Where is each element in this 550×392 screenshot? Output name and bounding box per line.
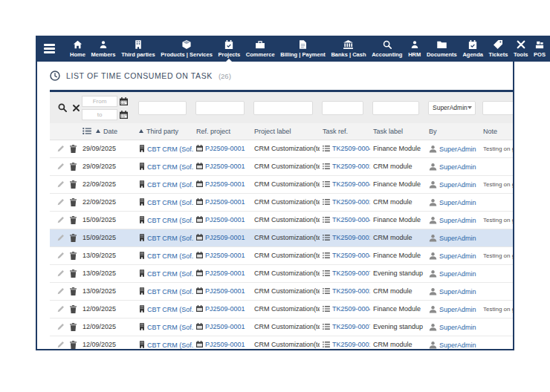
edit-icon[interactable] (57, 252, 65, 259)
column-header-third-party[interactable]: Third party (136, 123, 193, 140)
task-label-filter-input[interactable] (372, 101, 419, 115)
column-header-task-ref-[interactable]: Task ref. (320, 123, 370, 140)
calendar-picker-icon[interactable] (120, 111, 128, 119)
user-link[interactable]: SuperAdmin (439, 146, 476, 153)
delete-icon[interactable] (70, 287, 77, 295)
project-ref-link[interactable]: PJ2509-0001 (205, 180, 245, 188)
third-party-link[interactable]: CBT CRM (Sof... (147, 288, 193, 295)
task-ref-link[interactable]: TK2509-0007 (332, 323, 370, 330)
column-header-project-label[interactable]: Project label (251, 123, 320, 140)
user-link[interactable]: SuperAdmin (439, 288, 476, 295)
delete-icon[interactable] (70, 270, 77, 278)
project-ref-link[interactable]: PJ2509-0001 (205, 234, 245, 241)
delete-icon[interactable] (70, 323, 77, 331)
nav-item-tools[interactable]: Tools (513, 36, 528, 62)
task-ref-link[interactable]: TK2509-0004 (332, 216, 370, 223)
task-ref-filter-input[interactable] (322, 101, 363, 115)
nav-item-members[interactable]: Members (91, 36, 117, 62)
nav-item-documents[interactable]: Documents (426, 36, 458, 62)
column-header-note[interactable]: Note (480, 123, 513, 140)
nav-item-projects[interactable]: Projects (218, 36, 242, 62)
delete-icon[interactable] (70, 163, 77, 171)
task-ref-link[interactable]: TK2509-0001 (332, 198, 370, 206)
third-party-link[interactable]: CBT CRM (Sof... (147, 342, 193, 349)
user-link[interactable]: SuperAdmin (439, 252, 476, 260)
task-ref-link[interactable]: TK2509-0001 (332, 234, 370, 241)
task-ref-link[interactable]: TK2509-0004 (332, 252, 370, 259)
project-ref-link[interactable]: PJ2509-0001 (205, 198, 245, 206)
delete-icon[interactable] (70, 234, 77, 242)
third-party-link[interactable]: CBT CRM (Sof... (147, 324, 193, 331)
nav-item-hrm[interactable]: HRM (407, 36, 421, 62)
task-ref-link[interactable]: TK2509-0001 (332, 287, 370, 295)
user-link[interactable]: SuperAdmin (439, 235, 476, 242)
edit-icon[interactable] (57, 180, 65, 188)
nav-item-home[interactable]: Home (69, 36, 86, 62)
delete-icon[interactable] (70, 198, 77, 206)
calendar-picker-icon[interactable] (120, 97, 128, 105)
menu-toggle-icon[interactable] (36, 44, 62, 53)
third-party-link[interactable]: CBT CRM (Sof... (147, 270, 193, 278)
edit-icon[interactable] (57, 163, 65, 170)
user-link[interactable]: SuperAdmin (439, 342, 476, 349)
nav-item-billing-payment[interactable]: Billing | Payment (279, 36, 326, 62)
nav-item-agenda[interactable]: Agenda (462, 36, 484, 62)
nav-item-commerce[interactable]: Commerce (245, 36, 276, 62)
search-button[interactable] (58, 103, 67, 112)
edit-icon[interactable] (57, 270, 65, 277)
nav-item-accounting[interactable]: Accounting (371, 36, 403, 62)
project-ref-link[interactable]: PJ2509-0001 (205, 287, 245, 295)
project-ref-link[interactable]: PJ2509-0001 (205, 216, 245, 223)
third-party-link[interactable]: CBT CRM (Sof... (147, 181, 193, 189)
user-link[interactable]: SuperAdmin (439, 181, 476, 189)
date-from-input[interactable] (82, 96, 117, 107)
user-link[interactable]: SuperAdmin (439, 199, 476, 206)
edit-icon[interactable] (57, 305, 65, 313)
task-ref-link[interactable]: TK2509-0007 (332, 270, 370, 277)
edit-icon[interactable] (57, 145, 65, 152)
delete-icon[interactable] (70, 252, 77, 260)
project-ref-link[interactable]: PJ2509-0001 (205, 305, 245, 313)
third-party-link[interactable]: CBT CRM (Sof... (147, 306, 193, 313)
column-header-task-label[interactable]: Task label (370, 123, 426, 140)
third-party-link[interactable]: CBT CRM (Sof... (147, 217, 193, 224)
ref-project-filter-input[interactable] (195, 101, 245, 115)
project-ref-link[interactable]: PJ2509-0001 (205, 323, 245, 330)
user-link[interactable]: SuperAdmin (439, 217, 476, 224)
third-party-link[interactable]: CBT CRM (Sof... (147, 235, 193, 242)
task-ref-link[interactable]: TK2509-0004 (332, 145, 370, 152)
nav-item-tickets[interactable]: Tickets (488, 36, 509, 62)
edit-icon[interactable] (57, 198, 65, 206)
project-label-filter-input[interactable] (253, 101, 313, 115)
column-header-ref-project[interactable]: Ref. project (193, 123, 251, 140)
nav-item-products-services[interactable]: Products | Services (160, 36, 213, 62)
user-link[interactable]: SuperAdmin (439, 163, 476, 171)
by-filter-select[interactable]: SuperAdmin (428, 101, 476, 115)
third-party-link[interactable]: CBT CRM (Sof... (147, 252, 193, 260)
delete-icon[interactable] (70, 341, 77, 349)
nav-item-pos[interactable]: POS (533, 36, 546, 62)
date-to-input[interactable] (82, 109, 117, 120)
delete-icon[interactable] (70, 180, 77, 189)
edit-icon[interactable] (57, 234, 65, 241)
edit-icon[interactable] (57, 323, 65, 330)
third-party-link[interactable]: CBT CRM (Sof... (147, 163, 193, 171)
project-ref-link[interactable]: PJ2509-0001 (205, 163, 245, 170)
column-header-date[interactable]: Date (80, 123, 136, 140)
user-link[interactable]: SuperAdmin (439, 306, 476, 313)
task-ref-link[interactable]: TK2509-0001 (332, 341, 370, 348)
project-ref-link[interactable]: PJ2509-0001 (205, 341, 245, 348)
third-party-link[interactable]: CBT CRM (Sof... (147, 146, 193, 153)
edit-icon[interactable] (57, 341, 65, 348)
project-ref-link[interactable]: PJ2509-0001 (205, 145, 245, 152)
column-header-by[interactable]: By (426, 123, 480, 140)
task-ref-link[interactable]: TK2509-0004 (332, 305, 370, 313)
note-filter-input[interactable] (482, 101, 513, 115)
columns-selector-icon[interactable] (82, 128, 91, 134)
edit-icon[interactable] (57, 287, 65, 295)
nav-item-third-parties[interactable]: Third parties (120, 36, 155, 62)
nav-item-banks-cash[interactable]: Banks | Cash (330, 36, 366, 62)
delete-icon[interactable] (70, 216, 77, 224)
delete-icon[interactable] (70, 145, 77, 153)
third-party-link[interactable]: CBT CRM (Sof... (147, 199, 193, 206)
